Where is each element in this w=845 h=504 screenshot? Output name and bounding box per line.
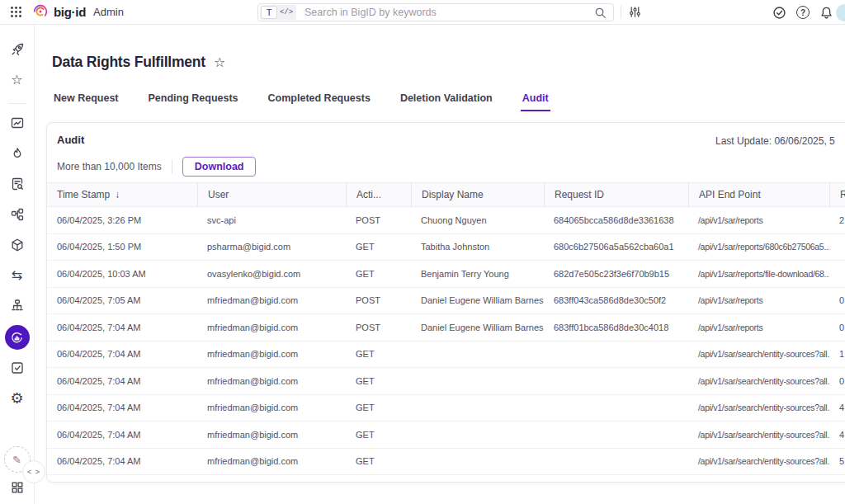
table-row[interactable]: 06/04/2025, 7:04 AM mfriedman@bigid.com … [47, 314, 845, 341]
favorite-star-icon[interactable]: ☆ [214, 54, 225, 70]
settings-gear-icon[interactable]: ⚙ [10, 391, 25, 406]
data-catalog-cube-icon[interactable] [10, 238, 25, 252]
help-icon[interactable]: ? [796, 6, 810, 19]
table-row[interactable]: 06/04/2025, 7:04 AM mfriedman@bigid.com … [47, 475, 845, 483]
card-title: Audit [57, 134, 84, 146]
cell-action: GET [346, 269, 411, 279]
sort-descending-icon: ↓ [115, 189, 120, 200]
query-mode-toggle[interactable]: </> [277, 6, 295, 19]
transfer-arrows-icon[interactable]: ⇆ [10, 268, 25, 283]
search-settings-icon[interactable] [628, 5, 642, 19]
cell-action: POST [346, 295, 411, 305]
search-icon[interactable] [594, 7, 607, 19]
cell-api-endpoint: /api/v1/sar/search/entity-sources?all... [688, 456, 829, 466]
top-bar: big·id Admin T </> Search in BigID by ke… [0, 0, 845, 25]
tasks-checkbox-icon[interactable] [10, 360, 25, 375]
cell-user: mfriedman@bigid.com [197, 430, 346, 440]
cell-request-id: 680c6b27506a5a562cba60a1 [544, 242, 688, 252]
user-avatar[interactable] [836, 4, 845, 21]
cell-extra: 4 [829, 430, 845, 440]
tab[interactable]: New Request [52, 92, 120, 111]
cell-action: GET [346, 430, 411, 440]
column-header[interactable]: Time Stamp↓ [47, 183, 197, 206]
cell-time-stamp: 06/04/2025, 7:04 AM [47, 323, 197, 332]
tab-bar: New Request Pending Requests Completed R… [52, 92, 845, 111]
tab[interactable]: Deletion Validation [399, 92, 494, 111]
subrow-divider [172, 159, 172, 174]
column-header[interactable]: Display Name [411, 183, 544, 206]
notifications-bell-icon[interactable] [819, 6, 833, 20]
cell-extra: 0 [829, 376, 845, 386]
brand[interactable]: big·id Admin [31, 2, 124, 21]
dashboard-icon[interactable] [10, 115, 25, 130]
cell-api-endpoint: /api/v1/sar/search/entity-sources?all... [688, 430, 829, 440]
cell-user: mfriedman@bigid.com [197, 456, 346, 466]
cell-display-name: Daniel Eugene William Barnes [411, 323, 544, 332]
bigid-logo-icon [31, 2, 50, 21]
table-row[interactable]: 06/04/2025, 7:04 AM mfriedman@bigid.com … [47, 422, 845, 449]
table-row[interactable]: 06/04/2025, 7:04 AM mfriedman@bigid.com … [47, 368, 845, 395]
apps-grid-icon[interactable] [11, 481, 24, 494]
download-button[interactable]: Download [182, 157, 257, 177]
cell-display-name: Chuong Nguyen [411, 215, 544, 225]
tab[interactable]: Completed Requests [267, 92, 372, 111]
text-mode-toggle[interactable]: T [261, 6, 277, 19]
table-row[interactable]: 06/04/2025, 7:04 AM mfriedman@bigid.com … [47, 395, 845, 422]
cell-time-stamp: 06/04/2025, 7:05 AM [47, 295, 197, 305]
hierarchy-icon[interactable] [10, 299, 25, 313]
cell-request-id: 683ff043ca586d8de30c50f2 [544, 295, 688, 305]
cell-time-stamp: 06/04/2025, 10:03 AM [47, 269, 197, 279]
waffle-menu-icon[interactable] [10, 6, 22, 18]
cell-api-endpoint: /api/v1/sar/search/entity-sources?all... [688, 376, 829, 386]
cell-time-stamp: 06/04/2025, 7:04 AM [47, 376, 197, 386]
topbar-actions: ? [772, 0, 833, 25]
table-row[interactable]: 06/04/2025, 7:04 AM mfriedman@bigid.com … [47, 449, 845, 476]
cell-api-endpoint: /api/v1/sar/reports/680c6b27506a5... [688, 242, 829, 252]
cell-api-endpoint: /api/v1/sar/search/entity-sources?all... [688, 403, 829, 412]
classification-icon[interactable] [10, 207, 25, 222]
items-count-label: More than 10,000 Items [57, 161, 162, 172]
main-content: Data Rights Fulfillment ☆ New Request Pe… [35, 25, 845, 504]
cell-user: mfriedman@bigid.com [197, 376, 346, 386]
cell-action: GET [346, 349, 411, 359]
cell-user: mfriedman@bigid.com [197, 295, 346, 305]
cell-user: svc-api [197, 215, 346, 225]
table-row[interactable]: 06/04/2025, 7:05 AM mfriedman@bigid.com … [47, 288, 845, 315]
cell-user: mfriedman@bigid.com [197, 403, 346, 412]
getting-started-rocket-icon[interactable] [10, 42, 25, 57]
cell-action: POST [346, 215, 411, 225]
cell-api-endpoint: /api/v1/sar/reports [688, 323, 829, 332]
cell-time-stamp: 06/04/2025, 7:04 AM [47, 403, 197, 412]
table-header-row: Time Stamp↓ User Acti... Display Name [47, 182, 845, 207]
table-row[interactable]: 06/04/2025, 7:04 AM mfriedman@bigid.com … [47, 341, 845, 369]
check-circle-icon[interactable] [772, 6, 786, 20]
cell-api-endpoint: /api/v1/sar/reports [688, 215, 829, 225]
table-row[interactable]: 06/04/2025, 10:03 AM ovasylenko@bigid.co… [47, 261, 845, 288]
reports-icon[interactable] [10, 177, 25, 191]
global-search-input[interactable]: T </> Search in BigID by keywords [257, 3, 614, 21]
cell-time-stamp: 06/04/2025, 3:26 PM [47, 215, 197, 225]
cell-extra: 2 [829, 215, 845, 225]
favorites-star-icon[interactable]: ☆ [10, 73, 25, 87]
cell-extra: 0 [829, 323, 845, 332]
cell-time-stamp: 06/04/2025, 1:50 PM [47, 242, 197, 252]
cell-action: GET [346, 376, 411, 386]
activity-flame-icon[interactable] [10, 146, 25, 161]
column-header[interactable]: Acti... [346, 183, 411, 206]
sidebar-item-privacy-active[interactable] [5, 325, 30, 350]
sidebar-collapse-toggle[interactable]: < > [22, 460, 45, 483]
cell-user: ovasylenko@bigid.com [197, 269, 346, 279]
column-header[interactable]: Request ID [544, 183, 688, 206]
cell-request-id: 682d7e505c23f3e6f70b9b15 [544, 269, 688, 279]
tab[interactable]: Pending Requests [147, 92, 240, 111]
tab[interactable]: Audit [521, 92, 550, 111]
column-header[interactable]: API End Point [688, 183, 829, 206]
brand-suffix: Admin [93, 6, 124, 18]
search-divider [621, 6, 621, 19]
table-row[interactable]: 06/04/2025, 1:50 PM psharma@bigid.com GE… [47, 234, 845, 261]
table-row[interactable]: 06/04/2025, 3:26 PM svc-api POST Chuong … [47, 207, 845, 234]
cell-user: psharma@bigid.com [197, 242, 346, 252]
column-header[interactable]: User [197, 183, 346, 206]
cell-api-endpoint: /api/v1/sar/reports [688, 295, 829, 305]
column-header[interactable]: R [829, 183, 845, 206]
